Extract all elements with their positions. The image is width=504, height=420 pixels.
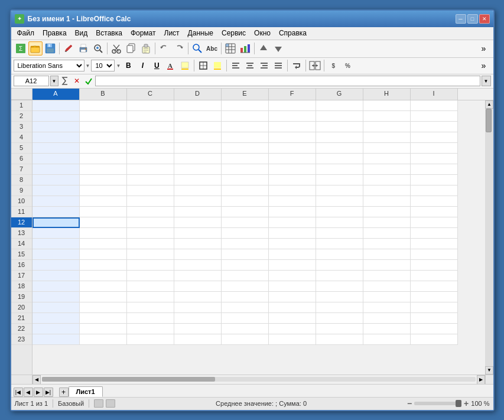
cell-F1[interactable] <box>269 100 316 111</box>
row-num-2[interactable]: 2 <box>11 111 32 122</box>
cell-E3[interactable] <box>222 122 269 132</box>
cell-G15[interactable] <box>316 249 363 260</box>
toolbar-preview-button[interactable] <box>91 41 105 56</box>
sheet-next-button[interactable]: ▶ <box>34 388 43 397</box>
cell-B21[interactable] <box>80 313 127 324</box>
cell-G3[interactable] <box>316 122 363 132</box>
cell-H17[interactable] <box>363 271 411 281</box>
cell-I6[interactable] <box>411 154 458 164</box>
cell-H3[interactable] <box>363 122 411 132</box>
fmt-more-button[interactable]: » <box>477 58 491 73</box>
font-color-button[interactable]: A <box>164 60 177 71</box>
cell-C15[interactable] <box>127 249 174 260</box>
cell-B7[interactable] <box>80 164 127 175</box>
cell-ref-dropdown[interactable]: ▼ <box>50 76 58 86</box>
formula-sigma[interactable] <box>60 76 70 86</box>
cell-B3[interactable] <box>80 122 127 132</box>
row-num-19[interactable]: 19 <box>11 292 32 302</box>
cell-F19[interactable] <box>269 292 316 302</box>
cell-A14[interactable] <box>32 239 80 249</box>
cell-E12[interactable] <box>222 217 269 228</box>
cell-B11[interactable] <box>80 207 127 217</box>
toolbar-undo-button[interactable] <box>157 41 171 56</box>
toolbar-copy-button[interactable] <box>124 41 138 56</box>
cell-D9[interactable] <box>174 185 222 196</box>
cell-G7[interactable] <box>316 164 363 175</box>
toolbar-redo-button[interactable] <box>172 41 186 56</box>
row-num-18[interactable]: 18 <box>11 281 32 292</box>
sheet-tab-1[interactable]: Лист1 <box>69 386 103 397</box>
cell-F15[interactable] <box>269 249 316 260</box>
cell-D15[interactable] <box>174 249 222 260</box>
cell-D7[interactable] <box>174 164 222 175</box>
cell-G2[interactable] <box>316 111 363 122</box>
row-num-9[interactable]: 9 <box>11 185 32 196</box>
cell-I12[interactable] <box>411 217 458 228</box>
cell-B17[interactable] <box>80 271 127 281</box>
cell-F16[interactable] <box>269 260 316 271</box>
cell-I22[interactable] <box>411 324 458 334</box>
row-num-4[interactable]: 4 <box>11 132 32 143</box>
cell-C6[interactable] <box>127 154 174 164</box>
cell-A2[interactable] <box>32 111 80 122</box>
cell-B5[interactable] <box>80 143 127 154</box>
toolbar-find-button[interactable] <box>190 41 204 56</box>
cell-D6[interactable] <box>174 154 222 164</box>
cell-I16[interactable] <box>411 260 458 271</box>
cell-G23[interactable] <box>316 334 363 345</box>
cell-B4[interactable] <box>80 132 127 143</box>
add-sheet-button[interactable]: + <box>59 388 69 397</box>
cell-C20[interactable] <box>127 302 174 313</box>
row-num-14[interactable]: 14 <box>11 239 32 249</box>
formula-confirm[interactable] <box>83 76 94 86</box>
toolbar-insert-table-button[interactable] <box>223 41 238 56</box>
zoom-minus-button[interactable]: − <box>407 399 412 408</box>
cell-I14[interactable] <box>411 239 458 249</box>
cell-B22[interactable] <box>80 324 127 334</box>
cell-A3[interactable] <box>32 122 80 132</box>
row-num-5[interactable]: 5 <box>11 143 32 154</box>
cell-E5[interactable] <box>222 143 269 154</box>
cell-B14[interactable] <box>80 239 127 249</box>
cell-B23[interactable] <box>80 334 127 345</box>
toolbar-up-button[interactable] <box>256 41 271 56</box>
cell-H21[interactable] <box>363 313 411 324</box>
cell-B12[interactable] <box>80 217 127 228</box>
cell-A11[interactable] <box>32 207 80 217</box>
font-size-selector[interactable]: 10 <box>91 60 115 71</box>
cell-D16[interactable] <box>174 260 222 271</box>
row-num-10[interactable]: 10 <box>11 196 32 207</box>
toolbar-chart-button[interactable] <box>238 41 252 56</box>
row-num-3[interactable]: 3 <box>11 122 32 132</box>
cell-G20[interactable] <box>316 302 363 313</box>
merge-cells-button[interactable] <box>308 60 321 71</box>
cell-B16[interactable] <box>80 260 127 271</box>
col-header-G[interactable]: G <box>316 89 363 100</box>
cell-G9[interactable] <box>316 185 363 196</box>
cell-I15[interactable] <box>411 249 458 260</box>
cell-E20[interactable] <box>222 302 269 313</box>
cell-F10[interactable] <box>269 196 316 207</box>
close-button[interactable]: ✕ <box>479 14 490 24</box>
cell-E10[interactable] <box>222 196 269 207</box>
cell-A15[interactable] <box>32 249 80 260</box>
cell-E15[interactable] <box>222 249 269 260</box>
cell-A1[interactable] <box>32 100 80 111</box>
toolbar-paste-button[interactable] <box>139 41 153 56</box>
cell-B8[interactable] <box>80 175 127 185</box>
cell-B1[interactable] <box>80 100 127 111</box>
cell-G10[interactable] <box>316 196 363 207</box>
formula-input[interactable] <box>95 76 480 86</box>
cell-E8[interactable] <box>222 175 269 185</box>
cell-H16[interactable] <box>363 260 411 271</box>
h-scroll-right[interactable]: ▶ <box>477 375 485 384</box>
cell-I9[interactable] <box>411 185 458 196</box>
cell-D11[interactable] <box>174 207 222 217</box>
toolbar-spell-button[interactable]: Abc <box>205 41 219 56</box>
justify-button[interactable] <box>272 60 285 71</box>
cell-C11[interactable] <box>127 207 174 217</box>
cell-C23[interactable] <box>127 334 174 345</box>
cell-E4[interactable] <box>222 132 269 143</box>
cell-C16[interactable] <box>127 260 174 271</box>
menu-format[interactable]: Формат <box>127 28 160 38</box>
